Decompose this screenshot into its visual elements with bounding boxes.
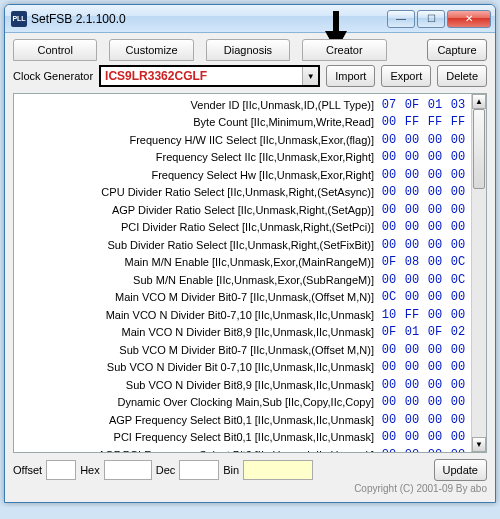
row-desc: Sub M/N Enable [IIc,Unmask,Exor,(SubRang… bbox=[14, 274, 380, 286]
offset-label: Offset bbox=[13, 464, 42, 476]
close-button[interactable]: ✕ bbox=[447, 10, 491, 28]
row-desc: Frequency H/W IIC Select [IIc,Unmask,Exo… bbox=[14, 134, 380, 146]
dec-label: Dec bbox=[156, 464, 176, 476]
row-desc: AGP,PCI Frequency Select Bit2 [IIc,Unmas… bbox=[14, 449, 380, 453]
hex-label: Hex bbox=[80, 464, 100, 476]
row-hex: 00000000 bbox=[380, 395, 471, 409]
row-desc: AGP Divider Ratio Select [IIc,Unmask,Rig… bbox=[14, 204, 380, 216]
row-desc: Frequency Select Hw [IIc,Unmask,Exor,Rig… bbox=[14, 169, 380, 181]
row-desc: Frequency Select IIc [IIc,Unmask,Exor,Ri… bbox=[14, 151, 380, 163]
row-desc: Main M/N Enable [IIc,Unmask,Exor,(MainRa… bbox=[14, 256, 380, 268]
tab-control[interactable]: Control bbox=[13, 39, 97, 61]
delete-button[interactable]: Delete bbox=[437, 65, 487, 87]
table-row[interactable]: Frequency Select IIc [IIc,Unmask,Exor,Ri… bbox=[14, 149, 471, 167]
row-desc: Vender ID [IIc,Unmask,ID,(PLL Type)] bbox=[14, 99, 380, 111]
row-hex: 00000000 bbox=[380, 430, 471, 444]
table-row[interactable]: PCI Divider Ratio Select [IIc,Unmask,Rig… bbox=[14, 219, 471, 237]
row-hex: 0F010F02 bbox=[380, 325, 471, 339]
app-icon: PLL bbox=[11, 11, 27, 27]
row-desc: AGP Frequency Select Bit0,1 [IIc,Unmask,… bbox=[14, 414, 380, 426]
dec-input[interactable] bbox=[179, 460, 219, 480]
row-hex: 00000000 bbox=[380, 343, 471, 357]
clock-generator-value: ICS9LR3362CGLF bbox=[101, 69, 302, 83]
row-hex: 00FFFFFF bbox=[380, 115, 471, 129]
row-hex: 00000000 bbox=[380, 133, 471, 147]
minimize-button[interactable]: — bbox=[387, 10, 415, 28]
window-title: SetFSB 2.1.100.0 bbox=[31, 12, 387, 26]
app-window: PLL SetFSB 2.1.100.0 — ☐ ✕ Control Custo… bbox=[4, 4, 496, 503]
tab-bar: Control Customize Diagnosis Creator Capt… bbox=[13, 39, 487, 61]
register-list: Vender ID [IIc,Unmask,ID,(PLL Type)]070F… bbox=[13, 93, 487, 453]
scroll-up-icon[interactable]: ▲ bbox=[472, 94, 486, 109]
table-row[interactable]: Dynamic Over Clocking Main,Sub [IIc,Copy… bbox=[14, 394, 471, 412]
tab-creator[interactable]: Creator bbox=[302, 39, 386, 61]
maximize-button[interactable]: ☐ bbox=[417, 10, 445, 28]
clock-generator-label: Clock Generator bbox=[13, 70, 93, 82]
row-desc: Sub VCO M Divider Bit0-7 [IIc,Unmask,(Of… bbox=[14, 344, 380, 356]
row-hex: 00000000 bbox=[380, 360, 471, 374]
row-hex: 10FF0000 bbox=[380, 308, 471, 322]
table-row[interactable]: AGP Frequency Select Bit0,1 [IIc,Unmask,… bbox=[14, 411, 471, 429]
row-desc: Main VCO M Divider Bit0-7 [IIc,Unmask,(O… bbox=[14, 291, 380, 303]
table-row[interactable]: Sub Divider Ratio Select [IIc,Unmask,Rig… bbox=[14, 236, 471, 254]
chevron-down-icon[interactable]: ▼ bbox=[302, 67, 318, 85]
offset-input[interactable] bbox=[46, 460, 76, 480]
copyright-text: Copyright (C) 2001-09 By abo bbox=[13, 483, 487, 494]
bin-input[interactable] bbox=[243, 460, 313, 480]
tab-diagnosis[interactable]: Diagnosis bbox=[206, 39, 290, 61]
row-hex: 0000000C bbox=[380, 273, 471, 287]
row-hex: 070F0103 bbox=[380, 98, 471, 112]
row-hex: 00000000 bbox=[380, 220, 471, 234]
row-hex: 00000000 bbox=[380, 185, 471, 199]
row-desc: Dynamic Over Clocking Main,Sub [IIc,Copy… bbox=[14, 396, 380, 408]
table-row[interactable]: Main VCO N Divider Bit8,9 [IIc,Unmask,II… bbox=[14, 324, 471, 342]
row-hex: 00000000 bbox=[380, 168, 471, 182]
table-row[interactable]: Main M/N Enable [IIc,Unmask,Exor,(MainRa… bbox=[14, 254, 471, 272]
table-row[interactable]: Sub VCO N Divider Bit 0-7,10 [IIc,Unmask… bbox=[14, 359, 471, 377]
clock-generator-combo[interactable]: ICS9LR3362CGLF ▼ bbox=[99, 65, 320, 87]
row-hex: 00000000 bbox=[380, 238, 471, 252]
table-row[interactable]: Byte Count [IIc,Minimum,Write,Read]00FFF… bbox=[14, 114, 471, 132]
scroll-thumb[interactable] bbox=[473, 109, 485, 189]
table-row[interactable]: AGP,PCI Frequency Select Bit2 [IIc,Unmas… bbox=[14, 446, 471, 453]
bin-label: Bin bbox=[223, 464, 239, 476]
row-desc: Sub VCO N Divider Bit8,9 [IIc,Unmask,IIc… bbox=[14, 379, 380, 391]
row-hex: 00000000 bbox=[380, 448, 471, 453]
row-desc: Main VCO N Divider Bit0-7,10 [IIc,Unmask… bbox=[14, 309, 380, 321]
import-button[interactable]: Import bbox=[326, 65, 375, 87]
table-row[interactable]: Frequency H/W IIC Select [IIc,Unmask,Exo… bbox=[14, 131, 471, 149]
table-row[interactable]: PCI Frequency Select Bit0,1 [IIc,Unmask,… bbox=[14, 429, 471, 447]
table-row[interactable]: Vender ID [IIc,Unmask,ID,(PLL Type)]070F… bbox=[14, 96, 471, 114]
row-desc: Sub VCO N Divider Bit 0-7,10 [IIc,Unmask… bbox=[14, 361, 380, 373]
table-row[interactable]: Main VCO N Divider Bit0-7,10 [IIc,Unmask… bbox=[14, 306, 471, 324]
table-row[interactable]: AGP Divider Ratio Select [IIc,Unmask,Rig… bbox=[14, 201, 471, 219]
row-hex: 00000000 bbox=[380, 378, 471, 392]
row-desc: PCI Divider Ratio Select [IIc,Unmask,Rig… bbox=[14, 221, 380, 233]
row-hex: 0C000000 bbox=[380, 290, 471, 304]
table-row[interactable]: Sub M/N Enable [IIc,Unmask,Exor,(SubRang… bbox=[14, 271, 471, 289]
table-row[interactable]: Frequency Select Hw [IIc,Unmask,Exor,Rig… bbox=[14, 166, 471, 184]
titlebar[interactable]: PLL SetFSB 2.1.100.0 — ☐ ✕ bbox=[5, 5, 495, 33]
scroll-down-icon[interactable]: ▼ bbox=[472, 437, 486, 452]
row-desc: CPU Divider Ratio Select [IIc,Unmask,Rig… bbox=[14, 186, 380, 198]
capture-button[interactable]: Capture bbox=[427, 39, 487, 61]
row-desc: Main VCO N Divider Bit8,9 [IIc,Unmask,II… bbox=[14, 326, 380, 338]
export-button[interactable]: Export bbox=[381, 65, 431, 87]
update-button[interactable]: Update bbox=[434, 459, 487, 481]
row-desc: Byte Count [IIc,Minimum,Write,Read] bbox=[14, 116, 380, 128]
row-desc: PCI Frequency Select Bit0,1 [IIc,Unmask,… bbox=[14, 431, 380, 443]
row-hex: 00000000 bbox=[380, 203, 471, 217]
table-row[interactable]: Main VCO M Divider Bit0-7 [IIc,Unmask,(O… bbox=[14, 289, 471, 307]
row-desc: Sub Divider Ratio Select [IIc,Unmask,Rig… bbox=[14, 239, 380, 251]
tab-customize[interactable]: Customize bbox=[109, 39, 193, 61]
row-hex: 0F08000C bbox=[380, 255, 471, 269]
table-row[interactable]: Sub VCO M Divider Bit0-7 [IIc,Unmask,(Of… bbox=[14, 341, 471, 359]
scrollbar[interactable]: ▲ ▼ bbox=[471, 94, 486, 452]
row-hex: 00000000 bbox=[380, 150, 471, 164]
hex-input[interactable] bbox=[104, 460, 152, 480]
table-row[interactable]: CPU Divider Ratio Select [IIc,Unmask,Rig… bbox=[14, 184, 471, 202]
table-row[interactable]: Sub VCO N Divider Bit8,9 [IIc,Unmask,IIc… bbox=[14, 376, 471, 394]
row-hex: 00000000 bbox=[380, 413, 471, 427]
